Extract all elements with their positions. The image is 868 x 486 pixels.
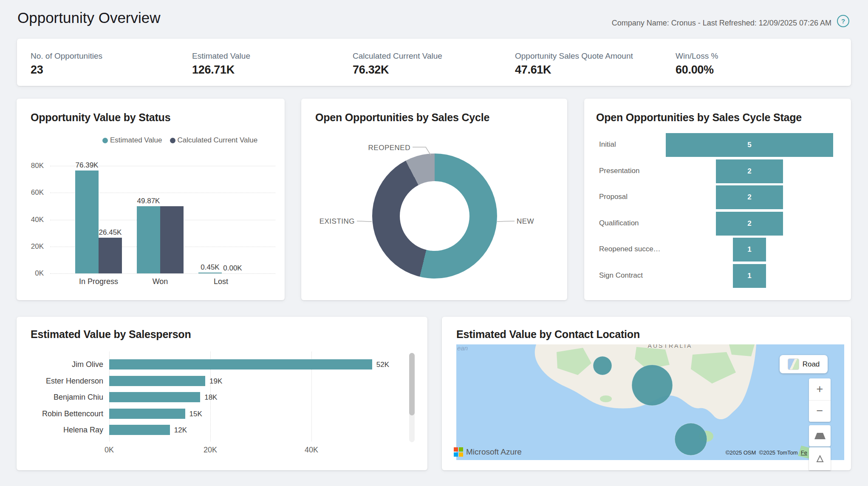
funnel-bar[interactable]: 2 bbox=[716, 159, 783, 183]
status-gridline bbox=[50, 273, 275, 274]
kpi-value: 23 bbox=[31, 63, 102, 77]
map-label-ocean: ean bbox=[457, 344, 468, 352]
dashboard: Opportunity Overview Company Name: Cronu… bbox=[0, 0, 868, 486]
kpi-item: No. of Opportunities23 bbox=[31, 39, 102, 77]
kpi-value: 126.71K bbox=[192, 63, 250, 77]
salesperson-bar[interactable] bbox=[109, 376, 205, 386]
donut-leader-lines bbox=[301, 99, 567, 300]
salesperson-name: Robin Bettencourt bbox=[20, 409, 103, 418]
salesperson-value-label: 19K bbox=[209, 377, 222, 386]
page-title: Opportunity Overview bbox=[17, 9, 161, 26]
map-label-australia: AUSTRALIA bbox=[634, 344, 706, 349]
pitch-icon bbox=[814, 433, 826, 439]
bar-calculated[interactable] bbox=[99, 238, 122, 273]
salesperson-bar[interactable] bbox=[109, 409, 185, 419]
status-category-label: In Progress bbox=[69, 277, 128, 286]
salesperson-bar[interactable] bbox=[109, 425, 170, 435]
attribution-feedback-link[interactable]: Fe bbox=[801, 449, 807, 456]
map-zoom-controls: + − bbox=[809, 378, 831, 422]
donut-label-new: NEW bbox=[517, 217, 534, 226]
status-ytick: 40K bbox=[22, 216, 44, 224]
azure-logo: Microsoft Azure bbox=[454, 447, 522, 457]
sales-xtick: 40K bbox=[294, 446, 328, 455]
kpi-label: No. of Opportunities bbox=[31, 51, 102, 61]
funnel-category-label: Reopened succe… bbox=[599, 245, 661, 253]
salesperson-bar[interactable] bbox=[109, 359, 372, 369]
kpi-label: Estimated Value bbox=[192, 51, 250, 61]
salesperson-value-label: 12K bbox=[174, 426, 187, 435]
bar-estimated[interactable] bbox=[137, 206, 160, 273]
map-attribution: ©2025 OSM ©2025 TomTom Fe bbox=[726, 449, 807, 456]
bar-estimated[interactable] bbox=[75, 171, 99, 273]
salesperson-chart-plot: 0K20K40KJim Olive52KEster Henderson19KBe… bbox=[17, 317, 427, 470]
kpi-value: 47.61K bbox=[515, 63, 633, 77]
map-style-label: Road bbox=[803, 360, 820, 369]
bar-calculated[interactable] bbox=[160, 206, 184, 273]
sales-xtick: 20K bbox=[193, 446, 227, 455]
scrollbar-thumb[interactable] bbox=[409, 353, 415, 415]
map-style-thumbnail-icon bbox=[788, 358, 799, 370]
map-pitch-button[interactable] bbox=[809, 425, 831, 446]
funnel-category-label: Proposal bbox=[599, 193, 628, 201]
status-ytick: 0K bbox=[22, 269, 44, 278]
help-icon[interactable]: ? bbox=[837, 15, 849, 27]
funnel-bar[interactable]: 5 bbox=[666, 133, 833, 157]
salesperson-value-label: 18K bbox=[204, 393, 217, 402]
kpi-label: Opportunity Sales Quote Amount bbox=[515, 51, 633, 61]
kpi-value: 76.32K bbox=[353, 63, 442, 77]
kpi-item: Opportunity Sales Quote Amount47.61K bbox=[515, 39, 633, 77]
salesperson-bar[interactable] bbox=[109, 392, 200, 402]
funnel-bar[interactable]: 1 bbox=[733, 264, 766, 288]
bar-estimated[interactable] bbox=[198, 273, 222, 273]
sales-xtick: 0K bbox=[92, 446, 126, 455]
salesperson-value-label: 52K bbox=[376, 361, 389, 369]
company-refresh-info: Company Name: Cronus - Last Refreshed: 1… bbox=[612, 19, 831, 28]
kpi-card: No. of Opportunities23Estimated Value126… bbox=[17, 39, 851, 86]
salesperson-value-label: 15K bbox=[189, 410, 202, 418]
azure-logo-text: Microsoft Azure bbox=[466, 447, 522, 457]
status-ytick: 20K bbox=[22, 242, 44, 251]
map-compass-button[interactable] bbox=[809, 447, 831, 470]
map-bubble[interactable] bbox=[675, 423, 707, 455]
salesperson-name: Jim Olive bbox=[20, 360, 103, 369]
map-bubble[interactable] bbox=[593, 356, 612, 375]
map-bubble[interactable] bbox=[632, 365, 673, 406]
status-chart-card: Opportunity Value by Status Estimated Va… bbox=[17, 99, 285, 300]
cycle-chart-card: Open Opportunities by Sales Cycle REOPEN… bbox=[301, 99, 567, 300]
status-chart-plot: 80K60K40K20K0K76.39K26.45KIn Progress49.… bbox=[17, 99, 285, 300]
funnel-category-label: Presentation bbox=[599, 167, 639, 175]
map-title: Estimated Value by Contact Location bbox=[456, 328, 640, 341]
funnel-bar[interactable]: 2 bbox=[716, 212, 783, 236]
attribution-osm: ©2025 OSM bbox=[726, 449, 756, 456]
salesperson-name: Ester Henderson bbox=[20, 377, 103, 386]
status-category-label: Won bbox=[130, 277, 190, 286]
microsoft-logo-icon bbox=[454, 447, 463, 457]
funnel-category-label: Initial bbox=[599, 140, 616, 149]
compass-icon bbox=[815, 454, 825, 463]
bar-value-label: 0.00K bbox=[219, 264, 247, 273]
stage-chart-plot: Initial5Presentation2Proposal2Qualificat… bbox=[584, 99, 851, 300]
donut-label-reopened: REOPENED bbox=[344, 144, 410, 152]
map-style-button[interactable]: Road bbox=[780, 355, 828, 373]
salesperson-chart-card: Estimated Value by Salesperson 0K20K40KJ… bbox=[17, 317, 427, 470]
kpi-items: No. of Opportunities23Estimated Value126… bbox=[17, 39, 851, 86]
bar-value-label: 76.39K bbox=[73, 161, 101, 170]
stage-chart-card: Open Opportunities by Sales Cycle Stage … bbox=[584, 99, 851, 300]
map-card: Estimated Value by Contact Location AUST… bbox=[442, 317, 851, 470]
salesperson-name: Benjamin Chiu bbox=[20, 393, 103, 402]
kpi-label: Win/Loss % bbox=[676, 51, 718, 61]
kpi-value: 60.00% bbox=[676, 63, 718, 77]
kpi-item: Win/Loss %60.00% bbox=[676, 39, 718, 77]
zoom-in-button[interactable]: + bbox=[809, 378, 831, 401]
funnel-bar[interactable]: 2 bbox=[716, 185, 783, 209]
kpi-item: Estimated Value126.71K bbox=[192, 39, 250, 77]
status-category-label: Lost bbox=[191, 277, 251, 286]
zoom-out-button[interactable]: − bbox=[809, 401, 831, 422]
funnel-bar[interactable]: 1 bbox=[733, 238, 766, 261]
status-ytick: 80K bbox=[22, 162, 44, 170]
funnel-category-label: Sign Contract bbox=[599, 271, 643, 280]
funnel-category-label: Qualification bbox=[599, 219, 639, 227]
attribution-tomtom: ©2025 TomTom bbox=[759, 449, 798, 456]
donut-label-existing: EXISTING bbox=[319, 217, 355, 226]
salesperson-name: Helena Ray bbox=[20, 426, 103, 435]
